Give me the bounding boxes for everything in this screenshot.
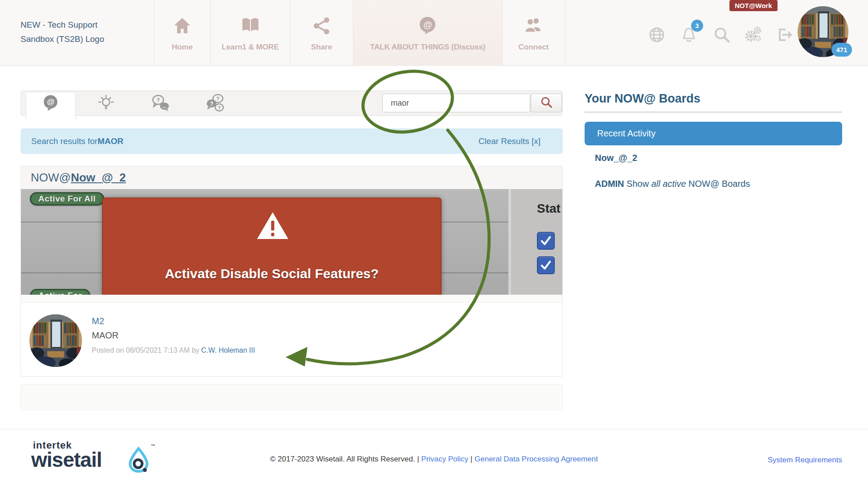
top-navigation-bar: NEW - Tech Support Sandbox (TS2B) Logo H…: [0, 0, 868, 66]
svg-text:?: ?: [210, 101, 213, 107]
gdpa-link[interactable]: General Data Processing Agreement: [475, 455, 598, 463]
sidebar-heading: Your NOW@ Boards: [585, 92, 700, 106]
svg-text:@: @: [423, 20, 432, 29]
search-results-query: MAOR: [98, 136, 123, 146]
site-logo-line2: Sandbox (TS2B) Logo: [20, 32, 136, 46]
nav-item-label: Home: [172, 43, 192, 52]
nav-item-label: TALK ABOUT THINGS (Discuss): [370, 43, 486, 52]
active-for-all-pill: Active For All: [30, 192, 104, 206]
nav-item-connect[interactable]: Connect: [502, 0, 565, 66]
post-subtitle: MAOR: [92, 330, 119, 341]
post-author-link[interactable]: C.W. Holeman III: [201, 346, 255, 354]
banner-divider-line: [442, 222, 508, 222]
banner-divider-line: [21, 222, 102, 222]
at-speech-bubble-icon: @: [42, 94, 60, 114]
privacy-policy-link[interactable]: Privacy Policy: [421, 455, 468, 463]
search-results-text: Search results for MAOR: [31, 128, 123, 154]
magnifier-icon: [540, 96, 553, 110]
nav-item-label: Connect: [519, 43, 549, 52]
post-author-avatar[interactable]: [29, 314, 82, 367]
status-checkbox: [537, 256, 555, 274]
search-results-bar: Search results for MAOR Clear Results [x…: [20, 128, 563, 154]
notification-badge[interactable]: 3: [691, 20, 703, 32]
nav-item-share[interactable]: Share: [290, 0, 353, 66]
search-icon[interactable]: [712, 25, 732, 45]
site-logo[interactable]: NEW - Tech Support Sandbox (TS2B) Logo: [20, 18, 136, 46]
copyright-text: © 2017-2023 Wisetail. All Rights Reserve…: [270, 455, 415, 463]
footer-separator: |: [471, 455, 472, 463]
board-result-card: NOW@Now_@_2 Active For All Stat: [20, 166, 563, 377]
svg-text:?: ?: [218, 105, 221, 111]
nav-item-label: Share: [311, 43, 332, 52]
home-icon: [173, 14, 192, 37]
nav-item-label: Learn1 & MORE: [221, 43, 278, 52]
tab-questions[interactable]: ?...: [145, 94, 176, 114]
avatar-count-badge: 471: [831, 43, 852, 57]
svg-text:?: ?: [156, 97, 160, 103]
recent-activity-button[interactable]: Recent Activity: [585, 122, 842, 145]
sidebar-admin-bold: ADMIN: [595, 179, 624, 189]
globe-icon[interactable]: [647, 25, 667, 45]
at-speech-bubble-icon: @: [418, 14, 438, 37]
svg-text:...: ...: [162, 103, 166, 109]
svg-text:@: @: [47, 97, 55, 106]
gears-icon[interactable]: [743, 25, 763, 45]
post-meta-prefix: Posted on 08/05/2021 7:13 AM by: [92, 346, 201, 354]
search-input[interactable]: [382, 94, 530, 112]
board-title-link[interactable]: Now_@_2: [71, 171, 126, 185]
svg-text:?: ?: [216, 96, 219, 102]
banner-divider-line: [442, 272, 508, 273]
multi-question-chat-icon: ???: [206, 94, 225, 114]
open-book-icon: [241, 14, 260, 37]
search-button[interactable]: [531, 94, 562, 112]
post-title-link[interactable]: M2: [92, 316, 104, 326]
post-separator: [21, 295, 562, 303]
clear-results-link[interactable]: Clear Results [x]: [479, 128, 540, 154]
sidebar-divider: [585, 111, 842, 113]
status-checkbox: [537, 232, 555, 250]
people-icon: [524, 14, 544, 37]
post-result-row: M2 MAOR Posted on 08/05/2021 7:13 AM by …: [21, 303, 562, 376]
nav-item-discuss[interactable]: @ TALK ABOUT THINGS (Discuss): [353, 0, 502, 66]
footer-divider: [0, 429, 868, 429]
sidebar-admin-rest: NOW@ Boards: [686, 179, 750, 189]
page: NEW - Tech Support Sandbox (TS2B) Logo H…: [0, 0, 868, 486]
tab-polls[interactable]: ???: [200, 94, 231, 114]
sidebar-admin-italic: all active: [651, 179, 686, 189]
warning-triangle-icon: [256, 211, 290, 240]
tab-at-mentions[interactable]: @: [35, 94, 66, 114]
status-badge-not-at-work: NOT@Work: [729, 0, 778, 11]
board-title: NOW@Now_@_2: [21, 166, 562, 189]
footer-copyright-row: © 2017-2023 Wisetail. All Rights Reserve…: [0, 455, 868, 464]
warning-panel: Activate Disable Social Features?: [102, 198, 442, 295]
post-meta: Posted on 08/05/2021 7:13 AM by C.W. Hol…: [92, 346, 255, 354]
tab-ideas[interactable]: [90, 94, 122, 114]
site-logo-line1: NEW - Tech Support: [20, 18, 136, 32]
footer-separator: |: [417, 455, 419, 463]
banner-status-label: Stat: [537, 202, 561, 216]
nav-item-learn[interactable]: Learn1 & MORE: [210, 0, 290, 66]
sidebar-admin-link[interactable]: ADMIN Show all active NOW@ Boards: [595, 179, 750, 189]
board-title-prefix: NOW@: [31, 171, 71, 185]
nav-item-home[interactable]: Home: [154, 0, 210, 66]
question-chat-icon: ?...: [151, 94, 170, 114]
board-banner-image[interactable]: Active For All Stat Activate Disable S: [21, 189, 562, 295]
share-icon: [313, 14, 331, 37]
lightbulb-icon: [97, 94, 115, 114]
active-for-pill-clipped: Active For: [30, 289, 90, 295]
banner-divider-line: [21, 272, 102, 273]
search-results-prefix: Search results for: [31, 136, 98, 146]
sign-out-icon[interactable]: [775, 25, 795, 45]
system-requirements-link[interactable]: System Requirements: [768, 456, 842, 465]
sidebar-admin-mid: Show: [624, 179, 651, 189]
empty-result-section: [20, 384, 563, 410]
warning-caption: Activate Disable Social Features?: [103, 266, 441, 281]
banner-column-gap: [508, 189, 511, 295]
trademark-symbol: ™: [151, 443, 155, 448]
sidebar-board-link[interactable]: Now_@_2: [595, 153, 637, 163]
